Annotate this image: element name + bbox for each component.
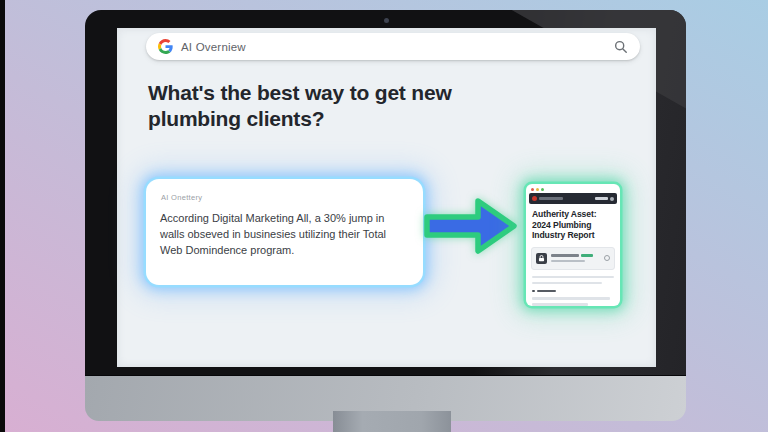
monitor-stand bbox=[333, 411, 451, 432]
right-arrow-icon bbox=[423, 193, 519, 259]
nav-link-placeholder bbox=[595, 197, 608, 200]
monitor-frame: AI Overniew What's the best way to get n… bbox=[85, 10, 686, 421]
search-input[interactable]: AI Overniew bbox=[146, 33, 640, 60]
site-name-placeholder bbox=[539, 197, 563, 200]
magnifier-icon[interactable] bbox=[614, 40, 628, 54]
lock-icon bbox=[536, 253, 547, 264]
body-text-placeholder bbox=[532, 297, 614, 306]
window-dots-icon bbox=[531, 188, 617, 191]
monitor-bezel: AI Overniew What's the best way to get n… bbox=[85, 10, 686, 375]
ai-overview-card: AI Onettery According Digital Marketing … bbox=[146, 179, 423, 285]
ai-overview-body-text: According Digital Marketing All, a 30% j… bbox=[160, 210, 410, 258]
ai-overview-label: AI Onettery bbox=[161, 193, 409, 202]
info-text-placeholder bbox=[551, 254, 600, 262]
background-gradient: AI Overniew What's the best way to get n… bbox=[0, 0, 768, 432]
bullet-item-placeholder bbox=[532, 290, 614, 293]
edge-strip bbox=[0, 0, 5, 432]
search-query-text: AI Overniew bbox=[181, 41, 246, 53]
screen: AI Overniew What's the best way to get n… bbox=[117, 28, 656, 367]
site-logo-icon bbox=[532, 196, 537, 201]
report-title: Autherity Asset: 2024 Plumbing Industry … bbox=[532, 209, 614, 241]
account-icon bbox=[610, 197, 614, 201]
webcam-icon bbox=[384, 18, 389, 23]
report-site-header bbox=[529, 193, 617, 204]
gear-icon bbox=[604, 255, 610, 261]
question-heading: What's the best way to get new plumbing … bbox=[148, 80, 498, 132]
google-g-icon bbox=[158, 39, 173, 54]
report-card[interactable]: Autherity Asset: 2024 Plumbing Industry … bbox=[526, 184, 620, 306]
report-info-box bbox=[531, 247, 615, 270]
body-text-placeholder bbox=[532, 276, 614, 285]
